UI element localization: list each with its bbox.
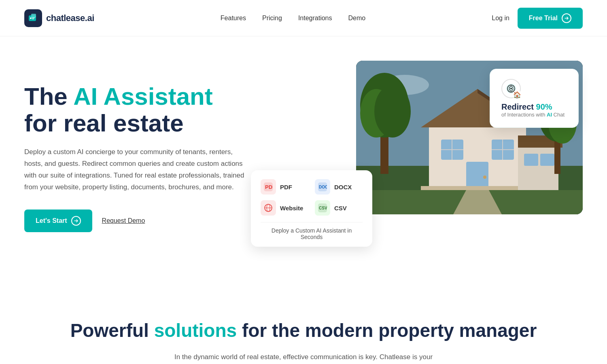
file-grid: PDF PDF DOC DOCX Website [261, 179, 363, 216]
svg-rect-25 [518, 146, 558, 190]
svg-rect-1 [31, 14, 36, 18]
website-icon [261, 200, 276, 216]
hero-left: The AI Assistant for real estate Deploy … [24, 83, 251, 232]
redirect-title: Redirect 90% [501, 102, 567, 112]
logo[interactable]: chatlease.ai [24, 9, 94, 27]
nav-demo[interactable]: Demo [348, 15, 365, 22]
redirect-card-header: 🏠 [501, 79, 567, 98]
file-caption: Deploy a Custom AI Assistant in Seconds [261, 222, 363, 240]
logo-text: chatlease.ai [46, 13, 94, 23]
svg-rect-4 [32, 19, 34, 19]
free-trial-button[interactable]: Free Trial [518, 8, 583, 29]
navigation: chatlease.ai Features Pricing Integratio… [0, 0, 607, 36]
arrow-icon [562, 13, 571, 23]
logo-icon [24, 9, 42, 27]
nav-links: Features Pricing Integrations Demo [221, 15, 365, 22]
file-item-csv: CSV CSV [315, 200, 363, 216]
redirect-card: 🏠 Redirect 90% of Interactions with AI C… [490, 69, 579, 128]
login-button[interactable]: Log in [492, 15, 509, 22]
svg-text:CSV: CSV [319, 206, 327, 210]
hero-cta: Let's Start Request Demo [24, 210, 251, 232]
nav-actions: Log in Free Trial [492, 8, 583, 29]
redirect-subtitle: of Interactions with AI Chat [501, 112, 567, 118]
hero-section: The AI Assistant for real estate Deploy … [0, 36, 607, 287]
file-item-docx: DOC DOCX [315, 179, 363, 195]
house-badge: 🏠 [513, 90, 522, 99]
pdf-icon: PDF [261, 179, 276, 195]
request-demo-button[interactable]: Request Demo [102, 217, 145, 224]
nav-integrations[interactable]: Integrations [298, 15, 332, 22]
file-item-website: Website [261, 200, 308, 216]
svg-text:PDF: PDF [265, 184, 273, 190]
svg-text:DOC: DOC [319, 185, 327, 189]
bottom-title: Powerful solutions for the modern proper… [24, 320, 583, 342]
svg-rect-3 [32, 17, 35, 18]
lets-start-button[interactable]: Let's Start [24, 210, 92, 232]
svg-point-2 [30, 17, 32, 19]
nav-pricing[interactable]: Pricing [262, 15, 282, 22]
docx-icon: DOC [315, 179, 330, 195]
hero-title: The AI Assistant for real estate [24, 83, 251, 137]
hero-description: Deploy a custom AI concierge to your com… [24, 146, 251, 193]
csv-icon: CSV [315, 200, 330, 216]
hero-right: 🏠 Redirect 90% of Interactions with AI C… [251, 61, 583, 255]
file-types-card: PDF PDF DOC DOCX Website [251, 170, 372, 247]
svg-rect-27 [524, 154, 538, 166]
nav-features[interactable]: Features [221, 15, 246, 22]
svg-point-23 [483, 176, 486, 179]
svg-point-34 [510, 88, 512, 89]
file-item-pdf: PDF PDF [261, 179, 308, 195]
bottom-description: In the dynamic world of real estate, eff… [162, 351, 445, 364]
bottom-section: Powerful solutions for the modern proper… [0, 287, 607, 364]
svg-point-12 [374, 85, 411, 138]
start-arrow-icon [71, 216, 81, 226]
openai-icon: 🏠 [501, 79, 521, 98]
svg-rect-28 [540, 154, 554, 166]
